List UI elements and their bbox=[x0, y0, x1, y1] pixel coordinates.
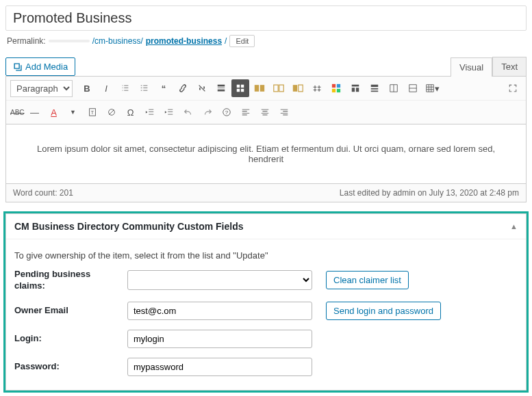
colors-icon[interactable] bbox=[327, 79, 345, 97]
outdent-icon[interactable] bbox=[141, 103, 159, 121]
svg-rect-4 bbox=[332, 84, 335, 88]
book2-icon[interactable] bbox=[270, 79, 288, 97]
permalink-slug[interactable]: promoted-business bbox=[146, 36, 222, 46]
svg-rect-2 bbox=[237, 89, 240, 92]
bold-icon[interactable]: B bbox=[78, 79, 96, 97]
owner-email-label: Owner Email bbox=[14, 305, 114, 317]
insert-more-icon[interactable] bbox=[212, 79, 230, 97]
align-center-icon[interactable] bbox=[256, 103, 274, 121]
textcolor-icon[interactable]: A bbox=[45, 103, 63, 121]
permalink-trail: / bbox=[225, 36, 227, 46]
add-media-label: Add Media bbox=[25, 62, 68, 72]
post-title-input[interactable] bbox=[5, 5, 527, 31]
editor-content[interactable]: Lorem ipsum dolor sit amet, consectetur … bbox=[5, 124, 527, 184]
metabox-helper-text: To give ownership of the item, select it… bbox=[14, 246, 518, 269]
layout4-icon[interactable] bbox=[404, 79, 422, 97]
pending-claims-select[interactable] bbox=[127, 270, 312, 290]
login-label: Login: bbox=[14, 333, 114, 345]
svg-rect-7 bbox=[337, 89, 340, 92]
book3-icon[interactable] bbox=[289, 79, 307, 97]
special-char-icon[interactable]: Ω bbox=[122, 103, 140, 121]
hr-icon[interactable]: — bbox=[26, 103, 44, 121]
format-select[interactable]: Paragraph bbox=[10, 80, 73, 97]
italic-icon[interactable]: I bbox=[97, 79, 115, 97]
indent-icon[interactable] bbox=[160, 103, 178, 121]
clear-formatting-icon[interactable] bbox=[103, 103, 121, 121]
metabox-toggle-icon[interactable]: ▲ bbox=[510, 222, 518, 230]
svg-text:T: T bbox=[90, 110, 94, 115]
svg-rect-5 bbox=[337, 84, 340, 88]
blockquote-icon[interactable]: “ bbox=[155, 79, 173, 97]
toc-icon[interactable]: ‡‡ bbox=[308, 79, 326, 97]
tab-visual[interactable]: Visual bbox=[451, 57, 492, 77]
layout3-icon[interactable] bbox=[385, 79, 403, 97]
textcolor-chevron-icon[interactable]: ▼ bbox=[64, 103, 82, 121]
editor-toolbar: Paragraph B I “ ‡‡ ▾ ABC — A ▼ T Ω ? bbox=[5, 76, 527, 124]
word-count: Word count: 201 bbox=[13, 188, 73, 198]
permalink-path: /cm-business/ bbox=[92, 36, 143, 46]
paste-text-icon[interactable]: T bbox=[84, 103, 101, 121]
redo-icon[interactable] bbox=[199, 103, 216, 121]
metabox-title: CM Business Directory Community Custom F… bbox=[14, 221, 244, 232]
svg-text:?: ? bbox=[225, 109, 228, 116]
fullscreen-icon[interactable] bbox=[504, 79, 522, 97]
unlink-icon[interactable] bbox=[193, 79, 211, 97]
permalink-label: Permalink: bbox=[7, 36, 46, 46]
numbered-list-icon[interactable] bbox=[136, 79, 153, 97]
owner-email-input[interactable] bbox=[127, 302, 312, 320]
svg-rect-1 bbox=[241, 85, 244, 88]
svg-rect-3 bbox=[241, 89, 244, 92]
help-icon[interactable]: ? bbox=[218, 103, 236, 121]
pending-claims-label: Pending business claims: bbox=[14, 269, 114, 292]
svg-rect-0 bbox=[237, 85, 240, 88]
media-icon bbox=[13, 62, 23, 72]
book1-icon[interactable] bbox=[251, 79, 268, 97]
clean-claimer-button[interactable]: Clean claimer list bbox=[326, 271, 409, 289]
last-edited: Last edited by admin on July 13, 2020 at… bbox=[340, 188, 519, 198]
edit-permalink-button[interactable]: Edit bbox=[229, 35, 255, 47]
send-login-button[interactable]: Send login and password bbox=[326, 302, 441, 320]
bullet-list-icon[interactable] bbox=[116, 79, 134, 97]
svg-rect-6 bbox=[332, 89, 335, 92]
strikethrough-icon[interactable]: ABC bbox=[10, 103, 25, 121]
login-input[interactable] bbox=[127, 330, 312, 348]
password-label: Password: bbox=[14, 361, 114, 373]
align-right-icon[interactable] bbox=[275, 103, 293, 121]
permalink-host bbox=[49, 40, 90, 42]
table-icon[interactable]: ▾ bbox=[423, 79, 441, 97]
align-left-icon[interactable] bbox=[237, 103, 255, 121]
undo-icon[interactable] bbox=[179, 103, 197, 121]
password-input[interactable] bbox=[127, 358, 312, 376]
toggle-toolbar-icon[interactable] bbox=[231, 79, 249, 97]
metabox-custom-fields: CM Business Directory Community Custom F… bbox=[5, 213, 527, 391]
tab-text[interactable]: Text bbox=[492, 57, 527, 76]
add-media-button[interactable]: Add Media bbox=[5, 57, 75, 76]
link-icon[interactable] bbox=[174, 79, 192, 97]
layout1-icon[interactable] bbox=[346, 79, 364, 97]
permalink-row: Permalink: /cm-business/promoted-busines… bbox=[5, 31, 527, 54]
layout2-icon[interactable] bbox=[366, 79, 383, 97]
